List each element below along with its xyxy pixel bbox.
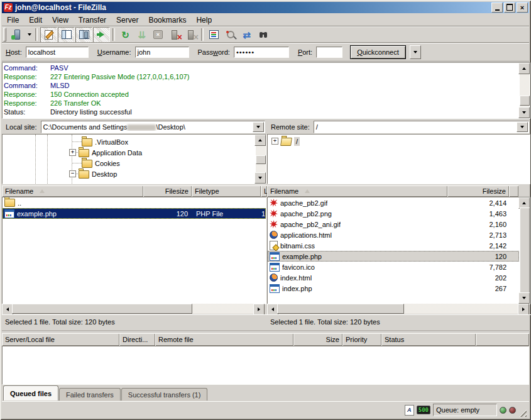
speed-limit-indicator-icon[interactable]: 500 (417, 406, 430, 414)
menu-transfer[interactable]: Transfer (74, 15, 111, 25)
cancel-operation-button[interactable]: × (150, 28, 166, 42)
tree-item-cookies[interactable]: Cookies (82, 158, 120, 169)
disconnect-button[interactable] (167, 28, 182, 42)
menu-view[interactable]: View (47, 15, 74, 25)
transfer-type-indicator-icon: A (405, 405, 414, 416)
site-manager-button[interactable] (9, 28, 25, 42)
menu-file[interactable]: File (2, 15, 24, 25)
scroll-right-button[interactable] (253, 304, 265, 315)
file-row-example-php[interactable]: example.php 120 PHP File 1 (3, 208, 266, 219)
file-row-bitnami-css[interactable]: bitnami.css 2,142 (268, 240, 519, 251)
window-title: john@localhost - FileZilla (15, 3, 106, 12)
toolbar-grip[interactable] (3, 28, 6, 41)
file-row-applications-html[interactable]: applications.html 2,713 (268, 229, 519, 240)
file-row-index-html[interactable]: index.html 202 (268, 272, 519, 283)
scroll-up-button[interactable] (255, 135, 266, 146)
column-status[interactable]: Status (381, 333, 476, 346)
column-direction[interactable]: Directi... (119, 333, 155, 346)
column-filename[interactable]: Filename (2, 185, 143, 197)
column-last-modified[interactable]: L (261, 185, 267, 197)
tab-queued-files[interactable]: Queued files (3, 385, 58, 401)
file-row-apache-pb2-png[interactable]: apache_pb2.png 1,463 (268, 208, 519, 219)
column-filesize[interactable]: Filesize (143, 185, 192, 197)
redacted-username (127, 124, 156, 131)
local-site-combo[interactable]: C:\Documents and Settings\Desktop\ (41, 121, 265, 133)
arrow-up-icon (258, 139, 262, 141)
tree-item-root[interactable]: + / (271, 136, 300, 146)
file-row-index-php[interactable]: index.php 267 (268, 283, 519, 294)
file-row-favicon-ico[interactable]: favicon.ico 7,782 (268, 262, 519, 272)
menu-server[interactable]: Server (111, 15, 143, 25)
column-filetype[interactable]: Filetype (192, 185, 261, 197)
chevron-down-icon (256, 126, 260, 128)
expand-icon[interactable]: + (69, 149, 76, 156)
scroll-down-button[interactable] (518, 107, 530, 118)
message-log-entries: Command:PASV Response:227 Entering Passi… (4, 64, 518, 118)
column-size[interactable]: Size (293, 333, 342, 346)
scroll-down-button[interactable] (518, 292, 530, 304)
column-filename[interactable]: Filename (267, 185, 447, 197)
menu-bookmarks[interactable]: Bookmarks (143, 15, 191, 25)
filters-button[interactable] (206, 28, 222, 42)
host-input[interactable]: localhost (26, 47, 89, 58)
scroll-right-button[interactable] (518, 304, 529, 315)
menu-help[interactable]: Help (191, 15, 217, 25)
column-remote-file[interactable]: Remote file (155, 333, 293, 346)
site-manager-dropdown[interactable] (26, 28, 33, 42)
directory-comparison-button[interactable] (222, 28, 238, 42)
scrollbar-thumb[interactable] (277, 304, 404, 314)
port-input[interactable] (316, 47, 342, 58)
remote-site-combo[interactable]: / (314, 121, 529, 133)
synchronized-browsing-button[interactable]: ⇄ (239, 28, 255, 42)
process-queue-button[interactable]: ⇊ (134, 28, 150, 42)
toggle-local-tree-button[interactable] (58, 27, 75, 43)
queue-status-box: Queue: empty (433, 404, 497, 416)
quickconnect-button[interactable]: Quickconnect (350, 45, 406, 59)
column-filesize[interactable]: Filesize (447, 185, 509, 197)
toggle-transfer-queue-button[interactable] (93, 27, 110, 43)
password-input[interactable]: •••••• (234, 47, 289, 58)
sort-ascending-icon (40, 189, 45, 193)
toggle-remote-tree-button[interactable] (75, 27, 92, 43)
open-folder-icon (280, 138, 292, 146)
reconnect-button[interactable] (183, 28, 199, 42)
scroll-up-button[interactable] (518, 63, 530, 74)
php-file-icon (4, 209, 14, 218)
scrollbar-thumb[interactable] (520, 207, 530, 294)
file-row-example-php[interactable]: example.php 120 (268, 251, 519, 262)
file-row-apache-pb2-gif[interactable]: apache_pb2.gif 2,414 (268, 197, 519, 208)
tree-item-application-data[interactable]: + Application Data (69, 147, 142, 158)
scroll-down-button[interactable] (255, 172, 266, 184)
scrollbar-thumb[interactable] (12, 304, 192, 314)
scrollbar-thumb[interactable] (256, 155, 266, 164)
remote-list-hscrollbar[interactable] (267, 304, 529, 314)
remote-site-dropdown[interactable] (517, 122, 528, 132)
tab-failed-transfers[interactable]: Failed transfers (59, 388, 121, 401)
menu-edit[interactable]: Edit (24, 15, 47, 25)
column-server-local-file[interactable]: Server/Local file (2, 333, 119, 346)
quickconnect-dropdown[interactable] (410, 45, 421, 59)
column-priority[interactable]: Priority (342, 333, 381, 346)
expand-icon[interactable]: + (271, 138, 278, 145)
file-row-parent-dir[interactable]: .. (3, 197, 266, 208)
tree-item-virtualbox[interactable]: .VirtualBox (82, 136, 128, 147)
find-files-button[interactable] (255, 28, 271, 42)
file-row-apache-pb2-ani-gif[interactable]: apache_pb2_ani.gif 2,160 (268, 219, 519, 229)
resize-grip[interactable] (518, 409, 527, 417)
local-site-dropdown[interactable] (253, 122, 264, 132)
local-tree-icon (62, 30, 72, 39)
binoculars-icon (260, 32, 263, 38)
minimize-button[interactable] (491, 3, 503, 13)
local-list-hscrollbar[interactable] (2, 304, 265, 314)
username-input[interactable]: john (135, 47, 189, 58)
tree-item-desktop[interactable]: − Desktop (69, 169, 117, 179)
tab-successful-transfers[interactable]: Successful transfers (1) (121, 388, 208, 401)
local-status-bar: Selected 1 file. Total size: 120 bytes (2, 314, 268, 328)
refresh-button[interactable]: ↻ (118, 28, 133, 42)
collapse-icon[interactable]: − (69, 170, 76, 177)
arrow-down-icon (522, 297, 526, 299)
toggle-message-log-button[interactable] (40, 27, 57, 43)
maximize-button[interactable] (504, 3, 515, 13)
scrollbar-thumb[interactable] (520, 96, 530, 106)
close-button[interactable]: × (517, 3, 528, 13)
